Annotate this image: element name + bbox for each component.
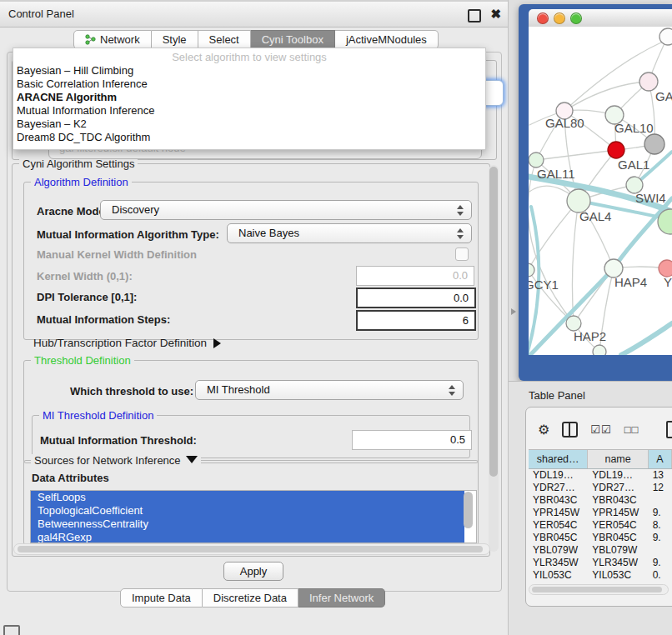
kernel-width-field[interactable]: 0.0: [356, 266, 474, 286]
table-cell: 8.: [649, 519, 672, 532]
close-light[interactable]: [537, 12, 549, 24]
network-node-top-partial[interactable]: [659, 28, 672, 45]
table-row[interactable]: YER054CYER054C8.: [529, 519, 672, 532]
gear-icon[interactable]: ⚙: [538, 422, 549, 438]
network-node-gcy1[interactable]: [529, 263, 534, 277]
tab-cyni-toolbox[interactable]: Cyni Toolbox: [251, 30, 335, 49]
table-toolbar: ⚙☑☑□□: [538, 421, 672, 438]
which-threshold-label: Which threshold to use:: [70, 385, 193, 398]
table-cell: 13: [649, 469, 672, 482]
combo-stepper-icon: [457, 204, 464, 217]
algorithm-definition-title: Algorithm Definition: [31, 176, 132, 188]
tab-discretize-data[interactable]: Discretize Data: [203, 588, 298, 608]
table-cell: YDR27…: [529, 482, 588, 494]
table-panel-title: Table Panel: [529, 389, 585, 402]
mi-type-value: Naive Bayes: [238, 227, 299, 239]
table-cell: [649, 544, 672, 557]
mi-steps-field[interactable]: 6: [356, 310, 476, 331]
manual-kernel-checkbox[interactable]: [455, 248, 469, 261]
network-node-pink-upper[interactable]: [639, 72, 658, 91]
table-cell: YBL079W: [529, 544, 588, 557]
attribute-item[interactable]: gal4RGexp: [31, 531, 464, 543]
algorithm-option[interactable]: Bayesian – K2: [13, 118, 485, 131]
network-window-titlebar[interactable]: [529, 9, 672, 28]
table-cell: 0.: [649, 569, 672, 582]
table-hscroll-thumb[interactable]: [532, 587, 662, 592]
kernel-width-label: Kernel Width (0,1):: [37, 270, 133, 282]
dpi-tolerance-field[interactable]: 0.0: [356, 288, 476, 308]
zoom-light[interactable]: [570, 12, 582, 24]
table-row[interactable]: YDL19…YDL19…13: [529, 469, 672, 482]
settings-group-title: Cyni Algorithm Settings: [19, 158, 138, 170]
partial-table-icon[interactable]: [666, 421, 672, 438]
table-horizontal-scrollbar[interactable]: [529, 584, 669, 595]
column-header[interactable]: A: [649, 450, 672, 468]
algorithm-option[interactable]: ARACNE Algorithm: [13, 91, 485, 104]
control-panel-title: Control Panel: [8, 8, 74, 20]
settings-scroll-thumb[interactable]: [489, 167, 498, 477]
hub-definition-expander[interactable]: Hub/Transcription Factor Definition: [33, 337, 221, 349]
network-node-gal1-red[interactable]: [608, 142, 624, 158]
aracne-mode-combo[interactable]: Discovery: [100, 200, 472, 220]
network-icon: [85, 34, 96, 45]
settings-hscroll-thumb[interactable]: [18, 546, 483, 552]
split-columns-icon[interactable]: [562, 422, 578, 438]
attribute-item[interactable]: BetweennessCentrality: [31, 518, 464, 531]
expanded-arrow-icon[interactable]: [186, 456, 198, 463]
table-row[interactable]: YBL079WYBL079W: [529, 544, 672, 557]
table-cell: YBR045C: [529, 532, 588, 544]
tab-network[interactable]: Network: [73, 30, 152, 49]
which-threshold-value: MI Threshold: [207, 383, 270, 396]
mi-threshold-group-title: MI Threshold Definition: [39, 409, 157, 422]
network-canvas[interactable]: GALGAL80GAL10GAL1GAL11SWI4GAL4HAP4YGCY1H…: [529, 27, 672, 355]
algorithm-dropdown-list: Bayesian – Hill ClimbingBasic Correlatio…: [13, 64, 485, 144]
mi-type-label: Mutual Information Algorithm Type:: [37, 228, 219, 241]
node-label: GAL: [655, 89, 672, 103]
settings-horizontal-scrollbar[interactable]: [13, 543, 490, 555]
attribute-item[interactable]: TopologicalCoefficient: [31, 504, 464, 518]
table-row[interactable]: YDR27…YDR27…12: [529, 482, 672, 494]
settings-vertical-scrollbar[interactable]: [489, 165, 499, 552]
uncheck-pair-icon[interactable]: □□: [624, 422, 639, 438]
tab-infer-network[interactable]: Infer Network: [298, 588, 385, 608]
close-panel-icon[interactable]: ✖: [490, 8, 501, 21]
column-header[interactable]: shared…: [529, 450, 588, 468]
attributes-scroll-thumb[interactable]: [464, 492, 473, 528]
mi-type-combo[interactable]: Naive Bayes: [227, 223, 472, 243]
splitter-handle[interactable]: [511, 308, 516, 315]
tab-jactivemnodules[interactable]: jActiveMNodules: [335, 30, 439, 49]
table-row[interactable]: YPR145WYPR145W9.: [529, 507, 672, 519]
algorithm-option[interactable]: Basic Correlation Inference: [13, 78, 485, 91]
which-threshold-combo[interactable]: MI Threshold: [195, 380, 464, 400]
data-attributes-list[interactable]: SelfLoopsTopologicalCoefficientBetweenne…: [30, 490, 477, 543]
table-row[interactable]: YIL053CYIL053C0.: [529, 569, 672, 582]
apply-button[interactable]: Apply: [223, 562, 283, 581]
attribute-item[interactable]: SelfLoops: [31, 491, 464, 504]
float-window-icon[interactable]: [468, 9, 481, 22]
tab-select[interactable]: Select: [198, 30, 251, 49]
table-cell: YER054C: [588, 519, 648, 532]
mi-threshold-field[interactable]: 0.5: [352, 430, 472, 450]
table-row[interactable]: YBR045CYBR045C9.: [529, 532, 672, 544]
minimized-panel-icon[interactable]: [3, 625, 20, 635]
network-node-gray[interactable]: [644, 134, 664, 154]
network-edge-highlight: [621, 323, 672, 355]
tab-label: Impute Data: [132, 589, 191, 608]
column-header[interactable]: name: [588, 450, 648, 468]
table-row[interactable]: YLR345WYLR345W9.: [529, 557, 672, 569]
tab-impute-data[interactable]: Impute Data: [120, 588, 203, 608]
tab-style[interactable]: Style: [152, 30, 198, 49]
algorithm-option[interactable]: Mutual Information Inference: [13, 104, 485, 118]
check-pair-icon[interactable]: ☑☑: [590, 422, 611, 438]
table-cell: YLR345W: [529, 557, 588, 569]
table-row[interactable]: YBR043CYBR043C: [529, 494, 672, 507]
algorithm-option[interactable]: Bayesian – Hill Climbing: [13, 64, 485, 78]
table-cell: YIL053C: [529, 569, 588, 582]
minimize-light[interactable]: [554, 12, 565, 24]
table-cell: YER054C: [529, 519, 588, 532]
network-node-salmon[interactable]: [659, 260, 672, 277]
algorithm-option[interactable]: Dream8 DC_TDC Algorithm: [13, 131, 485, 144]
network-node-green-left[interactable]: [529, 152, 544, 168]
network-node-bottom-small[interactable]: [593, 345, 606, 355]
table-cell: YBR045C: [588, 532, 648, 544]
